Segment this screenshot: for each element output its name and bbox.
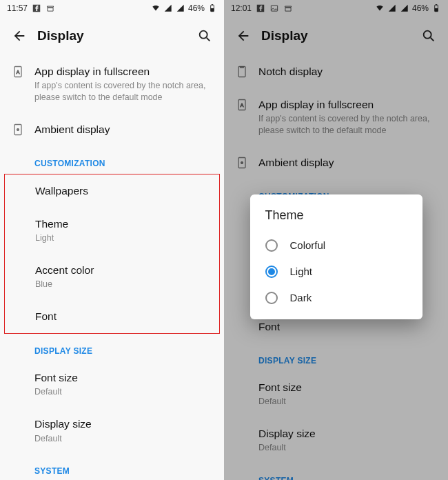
radio-icon: [265, 292, 278, 304]
customization-highlight: Wallpapers Theme Light Accent color Blue…: [4, 174, 220, 334]
radio-label: Dark: [290, 292, 312, 303]
settings-list: A App display in fullscreen If app's con…: [0, 55, 224, 480]
row-notch-display[interactable]: Notch display: [224, 55, 448, 88]
fullscreen-icon: A: [11, 65, 25, 79]
row-font-size[interactable]: Font size Default: [224, 371, 448, 417]
section-customization: CUSTOMIZATION: [0, 146, 224, 174]
row-display-size[interactable]: Display size Default: [224, 417, 448, 463]
dialog-title: Theme: [265, 208, 416, 223]
svg-rect-17: [238, 158, 245, 168]
notch-icon: [235, 65, 249, 79]
back-button[interactable]: [230, 22, 257, 50]
status-time: 12:01: [231, 3, 252, 13]
svg-point-18: [241, 161, 243, 163]
row-title: Wallpapers: [35, 184, 208, 198]
left-screenshot: 11:57 46% Display A App display in fulls…: [0, 0, 224, 480]
fullscreen-icon: A: [235, 98, 249, 112]
svg-point-7: [17, 128, 19, 130]
svg-rect-1: [211, 8, 214, 12]
row-title: Font: [35, 310, 208, 323]
image-icon: [269, 3, 279, 13]
battery-percent: 46%: [412, 3, 429, 13]
row-ambient-display[interactable]: Ambient display: [224, 146, 448, 179]
radio-option-colorful[interactable]: Colorful: [265, 232, 416, 259]
signal-icon: [163, 3, 173, 13]
shop-icon: [45, 3, 55, 13]
svg-rect-9: [435, 5, 438, 11]
ambient-icon: [11, 123, 25, 137]
radio-icon: [265, 266, 278, 278]
search-button[interactable]: [191, 22, 218, 50]
row-subtitle: If app's content is covered by the notch…: [258, 113, 437, 137]
row-title: App display in fullscreen: [34, 65, 213, 79]
row-title: Theme: [35, 217, 208, 231]
battery-icon: [431, 3, 441, 13]
row-ambient-display[interactable]: Ambient display: [0, 113, 224, 146]
svg-text:A: A: [16, 69, 19, 75]
row-title: Notch display: [258, 65, 437, 79]
svg-rect-8: [271, 6, 277, 11]
arrow-left-icon: [236, 28, 251, 43]
radio-label: Colorful: [290, 239, 326, 251]
svg-text:A: A: [240, 102, 243, 108]
battery-percent: 46%: [188, 3, 205, 13]
page-title: Display: [37, 28, 84, 43]
row-title: Font size: [34, 371, 213, 385]
back-button[interactable]: [6, 22, 33, 50]
signal-2-icon: [400, 3, 409, 13]
section-system: SYSTEM: [224, 463, 448, 480]
settings-header: Display: [0, 17, 224, 55]
section-system: SYSTEM: [0, 454, 224, 480]
row-title: Font: [258, 320, 437, 334]
search-icon: [197, 28, 212, 43]
facebook-icon: [256, 3, 265, 13]
row-title: Display size: [258, 427, 437, 441]
svg-rect-11: [436, 4, 437, 5]
status-bar: 12:01 46%: [224, 0, 448, 17]
svg-rect-10: [435, 8, 438, 12]
svg-rect-13: [238, 67, 245, 77]
row-accent-color[interactable]: Accent color Blue: [5, 254, 219, 300]
wifi-icon: [375, 3, 385, 13]
settings-header: Display: [224, 17, 448, 55]
row-app-fullscreen[interactable]: A App display in fullscreen If app's con…: [0, 55, 224, 113]
row-title: Display size: [34, 417, 213, 431]
row-display-size[interactable]: Display size Default: [0, 408, 224, 454]
row-subtitle: Blue: [35, 279, 208, 290]
row-theme[interactable]: Theme Light: [5, 208, 219, 254]
search-button[interactable]: [415, 22, 442, 50]
status-time: 11:57: [7, 3, 28, 13]
svg-point-12: [424, 31, 431, 39]
row-font[interactable]: Font: [5, 300, 219, 333]
radio-option-dark[interactable]: Dark: [265, 285, 416, 311]
row-subtitle: Default: [258, 396, 437, 408]
svg-rect-2: [212, 4, 213, 5]
arrow-left-icon: [12, 28, 27, 43]
radio-icon: [265, 239, 278, 252]
row-subtitle: Default: [34, 386, 213, 398]
status-bar: 11:57 46%: [0, 0, 224, 17]
radio-option-light[interactable]: Light: [265, 259, 416, 285]
page-title: Display: [261, 28, 308, 43]
right-screenshot: 12:01 46% Display Notch display A App: [224, 0, 448, 480]
row-title: Ambient display: [34, 123, 213, 137]
shop-icon: [283, 3, 293, 13]
row-title: Ambient display: [258, 156, 437, 170]
svg-rect-14: [241, 67, 244, 68]
svg-rect-15: [238, 100, 245, 110]
radio-label: Light: [290, 266, 313, 277]
section-display-size: DISPLAY SIZE: [224, 343, 448, 371]
row-subtitle: Default: [34, 433, 213, 445]
row-font-size[interactable]: Font size Default: [0, 361, 224, 408]
theme-dialog: Theme Colorful Light Dark: [250, 194, 422, 319]
signal-icon: [387, 3, 397, 13]
row-app-fullscreen[interactable]: A App display in fullscreen If app's con…: [224, 88, 448, 146]
section-display-size: DISPLAY SIZE: [0, 334, 224, 361]
search-icon: [421, 28, 436, 43]
ambient-icon: [235, 156, 249, 170]
row-title: Font size: [258, 381, 437, 394]
wifi-icon: [151, 3, 161, 13]
row-wallpapers[interactable]: Wallpapers: [5, 174, 219, 208]
battery-icon: [207, 3, 217, 13]
signal-2-icon: [176, 3, 185, 13]
